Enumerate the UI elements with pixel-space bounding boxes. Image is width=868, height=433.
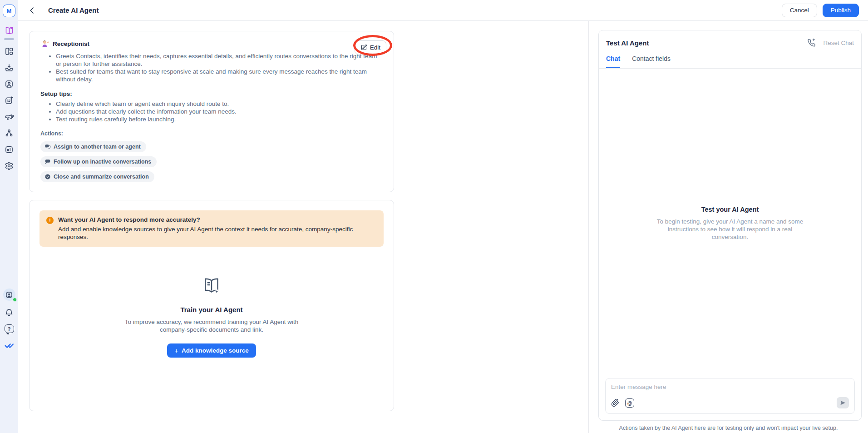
gear-icon [5,161,14,170]
agent-name: Receptionist [53,40,89,47]
edit-pencil-icon [360,44,367,51]
sidebar-item-ai-agent[interactable] [4,95,14,105]
sidebar-item-knowledge[interactable] [4,25,14,35]
test-panel-header-actions: Reset Chat [807,38,854,47]
action-chip-assign: Assign to another team or agent [40,141,146,152]
plus-icon: + [174,347,178,354]
setup-tip-item: Clearly define which team or agent each … [56,100,383,108]
banner-text: Want your AI Agent to respond more accur… [58,216,371,241]
add-knowledge-source-label: Add knowledge source [182,347,249,354]
setup-tips-label: Setup tips: [40,90,383,97]
smiley-plus-icon [5,96,14,105]
double-check-logo-icon [4,340,15,350]
workspace-avatar[interactable]: M [3,5,15,17]
test-panel-title: Test AI Agent [606,39,649,47]
main-content: Receptionist Greets Contacts, identifies… [18,21,588,433]
sidebar-item-profile[interactable] [3,289,15,301]
tab-chat[interactable]: Chat [606,55,620,68]
action-chip-label: Assign to another team or agent [54,144,141,150]
mention-button[interactable]: @ [625,398,634,408]
sidebar: M [0,0,18,433]
empty-state-title: Test your AI Agent [701,206,759,213]
dashboard-icon [5,47,14,56]
action-chip-follow-up: Follow up on inactive conversations [40,156,157,167]
train-section: Train your AI Agent To improve accuracy,… [39,275,384,358]
edit-button[interactable]: Edit [355,40,386,55]
sidebar-nav [4,25,14,171]
active-nav-indicator [4,38,14,40]
action-chips: Assign to another team or agent Follow u… [40,141,258,182]
paperclip-icon [611,398,620,407]
agent-header: Receptionist [40,39,383,48]
train-title: Train your AI Agent [39,306,384,314]
page-title: Create AI Agent [48,6,99,14]
contact-card-icon [5,80,14,89]
add-knowledge-source-button[interactable]: + Add knowledge source [167,343,256,358]
sidebar-item-help[interactable]: ? [5,324,14,333]
test-panel-header: Test AI Agent Reset Chat [599,30,861,47]
reset-chat-button[interactable]: Reset Chat [823,40,854,46]
bell-icon [5,308,14,317]
test-panel-tabs: Chat Contact fields [599,55,861,69]
banner-body: Add and enable knowledge sources to give… [58,225,371,241]
agent-description-item: Greets Contacts, identifies their needs,… [56,52,383,68]
send-icon [839,399,846,406]
create-ai-agent-page: M [0,0,868,433]
megaphone-icon [5,112,14,121]
sidebar-item-notifications[interactable] [4,308,14,318]
sidebar-item-dashboard[interactable] [4,46,14,56]
book-icon [5,26,14,35]
send-button[interactable] [837,397,849,408]
sidebar-item-broadcast[interactable] [4,112,14,122]
user-avatar-icon [5,291,13,299]
setup-tip-item: Test routing rules carefully before laun… [56,115,383,123]
phone-plus-icon [807,38,816,47]
edit-button-label: Edit [370,44,380,51]
sidebar-item-contacts[interactable] [4,79,14,89]
back-button[interactable] [27,5,37,15]
sidebar-bottom: ? [0,289,18,350]
publish-button[interactable]: Publish [823,4,859,17]
chat-area: Test your AI Agent To begin testing, giv… [599,69,861,378]
at-sign-icon: @ [627,400,632,406]
action-chip-close: Close and summarize conversation [40,171,154,182]
org-chart-icon [5,129,14,138]
warning-icon: ! [46,217,54,224]
sidebar-item-workflows[interactable] [4,128,14,138]
sidebar-item-reports[interactable] [4,144,14,154]
composer-toolbar: @ [611,397,849,408]
empty-state-body: To begin testing, give your AI Agent a n… [655,218,805,241]
sidebar-item-settings[interactable] [4,161,14,171]
actions-label: Actions: [40,130,383,137]
setup-tip-item: Add questions that clearly collect the i… [56,108,383,115]
sidebar-item-inbox[interactable] [4,63,14,73]
banner-title: Want your AI Agent to respond more accur… [58,216,371,223]
cancel-button[interactable]: Cancel [782,4,817,17]
app-logo [4,340,14,350]
knowledge-card: ! Want your AI Agent to respond more acc… [29,200,394,411]
assign-chat-icon [44,144,51,150]
receptionist-emoji-icon [40,39,49,48]
accuracy-warning-banner: ! Want your AI Agent to respond more acc… [39,210,384,247]
help-icon: ? [8,326,11,332]
inbox-icon [5,63,14,72]
chevron-left-icon [28,6,37,15]
page-header: Create AI Agent Cancel Publish [18,0,868,21]
action-chip-label: Follow up on inactive conversations [54,159,151,165]
message-input[interactable]: Enter message here [611,383,849,390]
follow-up-chat-icon [44,159,51,165]
setup-tips-list: Clearly define which team or agent each … [40,100,383,123]
message-composer: Enter message here @ [605,378,855,414]
online-status-dot [13,298,17,302]
agent-description-list: Greets Contacts, identifies their needs,… [40,52,383,83]
bar-chart-icon [5,145,14,154]
tab-contact-fields[interactable]: Contact fields [632,55,671,68]
phone-call-button[interactable] [807,38,816,47]
check-circle-icon [44,174,51,180]
attachment-button[interactable] [611,398,620,407]
right-pane: Test AI Agent Reset Chat Chat [588,21,868,433]
action-chip-label: Close and summarize conversation [54,174,149,180]
train-body: To improve accuracy, we recommend traini… [113,318,310,333]
header-actions: Cancel Publish [782,4,859,17]
test-ai-agent-panel: Test AI Agent Reset Chat Chat [598,30,862,421]
